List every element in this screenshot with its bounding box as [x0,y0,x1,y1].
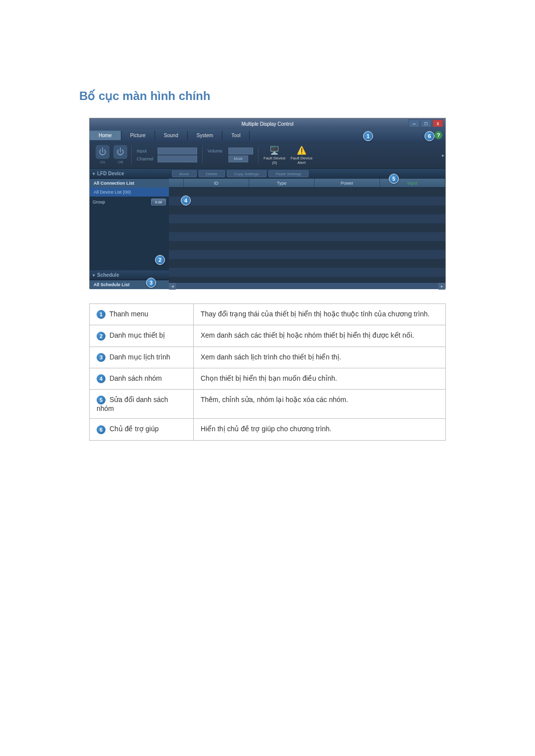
fault-device-label: Fault Device(0) [264,156,285,165]
sidebar: LFD Device All Connection List All Devic… [90,169,169,289]
legend-table: 1 Thanh menu Thay đổi trạng thái của thi… [89,303,446,441]
power-column[interactable]: Power [315,179,380,187]
legend-label-5: Sửa đổi danh sách nhóm [97,396,168,412]
callout-3: 3 [146,278,156,288]
tab-picture[interactable]: Picture [121,131,155,140]
page-title: Bố cục màn hình chính [79,89,456,103]
callout-4: 4 [181,196,191,205]
menu-bar: Home Picture Sound System Tool ? [90,129,445,141]
toolbar-expand-arrow[interactable]: ▸ [442,152,444,157]
move-button[interactable]: Move [172,170,197,177]
legend-desc-3: Xem danh sách lịch trình cho thiết bị hi… [194,347,446,368]
horizontal-scrollbar[interactable]: ◂ ▸ [169,282,445,289]
volume-input[interactable] [228,148,253,154]
callout-6: 6 [425,131,434,141]
legend-desc-5: Thêm, chỉnh sửa, nhóm lại hoặc xóa các n… [194,390,446,419]
toolbar: ⏻ On ⏻ Off Input Channel [90,141,445,169]
power-off-button[interactable]: ⏻ Off [113,145,127,164]
table-body [169,188,445,282]
close-button[interactable]: x [432,119,443,127]
legend-num-3: 3 [97,353,106,362]
power-on-label: On [100,160,106,164]
type-column[interactable]: Type [249,179,315,187]
input-label: Input [137,149,156,153]
table-row: 4 Danh sách nhóm Chọn thiết bị hiển thị … [90,368,446,389]
legend-label-6: Chủ đề trợ giúp [109,425,159,433]
all-connection-list[interactable]: All Connection List [90,179,169,188]
all-schedule-list[interactable]: All Schedule List [90,280,169,289]
channel-label: Channel [137,156,156,161]
fault-alert-label: Fault DeviceAlert [290,156,312,165]
legend-num-2: 2 [97,332,106,341]
maximize-button[interactable]: □ [421,119,431,127]
delete-button[interactable]: Delete [199,170,225,177]
scroll-left-arrow[interactable]: ◂ [169,283,176,290]
table-row: 6 Chủ đề trợ giúp Hiển thị chủ đề trợ gi… [90,419,446,440]
titlebar: Multiple Display Control – □ x [90,118,445,129]
tab-system[interactable]: System [188,131,222,140]
table-header: ID Type Power Input [169,179,445,188]
mute-button[interactable]: Mute [228,155,248,162]
fault-alert-button[interactable]: ⚠️ Fault DeviceAlert [290,145,312,165]
channel-select[interactable] [158,155,197,162]
tab-sound[interactable]: Sound [155,131,188,140]
schedule-header[interactable]: Schedule [90,270,169,280]
copy-settings-button[interactable]: Copy Settings [227,170,267,177]
tab-home[interactable]: Home [90,131,121,140]
legend-label-1: Thanh menu [109,310,149,318]
id-column[interactable]: ID [184,179,249,187]
table-row: 3 Danh mục lịch trình Xem danh sách lịch… [90,347,446,368]
callout-1: 1 [363,131,373,141]
help-icon[interactable]: ? [434,131,442,139]
power-on-icon: ⏻ [96,145,109,159]
lfd-device-header[interactable]: LFD Device [90,169,169,179]
app-screenshot: Multiple Display Control – □ x Home Pict… [89,118,446,289]
legend-label-2: Danh mục thiết bị [109,331,165,339]
volume-label: Volume [208,149,226,153]
paste-settings-button[interactable]: Paste Settings [268,170,309,177]
legend-num-4: 4 [97,374,106,383]
edit-button[interactable]: Edit [151,199,166,205]
legend-num-5: 5 [97,396,106,404]
minimize-button[interactable]: – [409,119,420,127]
legend-num-6: 6 [97,425,106,434]
legend-label-4: Danh sách nhóm [109,374,162,382]
power-on-button[interactable]: ⏻ On [96,145,109,164]
all-device-list[interactable]: All Device List (00) [90,188,169,197]
fault-device-button[interactable]: 🖥️ Fault Device(0) [264,145,285,165]
legend-desc-1: Thay đổi trạng thái của thiết bị hiển th… [194,304,446,325]
table-row: 5 Sửa đổi danh sách nhóm Thêm, chỉnh sửa… [90,390,446,419]
legend-desc-2: Xem danh sách các thiết bị hoặc nhóm thi… [194,325,446,347]
power-off-icon: ⏻ [113,145,127,159]
callout-5: 5 [389,174,399,184]
legend-desc-4: Chọn thiết bị hiển thị bạn muốn điều chỉ… [194,368,446,389]
checkbox-column [169,179,184,187]
scroll-right-arrow[interactable]: ▸ [438,283,445,290]
alert-icon: ⚠️ [296,145,308,156]
content-area: Move Delete Copy Settings Paste Settings… [169,169,445,289]
power-off-label: Off [118,160,123,164]
fault-device-icon: 🖥️ [268,145,280,156]
table-row: 1 Thanh menu Thay đổi trạng thái của thi… [90,304,446,325]
window-title: Multiple Display Control [241,121,293,127]
legend-desc-6: Hiển thị chủ đề trợ giúp cho chương trìn… [194,419,446,440]
group-label: Group [93,200,105,204]
input-select[interactable] [158,148,197,154]
callout-2: 2 [155,255,165,265]
legend-num-1: 1 [97,310,106,319]
table-row: 2 Danh mục thiết bị Xem danh sách các th… [90,325,446,347]
legend-label-3: Danh mục lịch trình [109,353,170,361]
tab-tool[interactable]: Tool [222,131,250,140]
